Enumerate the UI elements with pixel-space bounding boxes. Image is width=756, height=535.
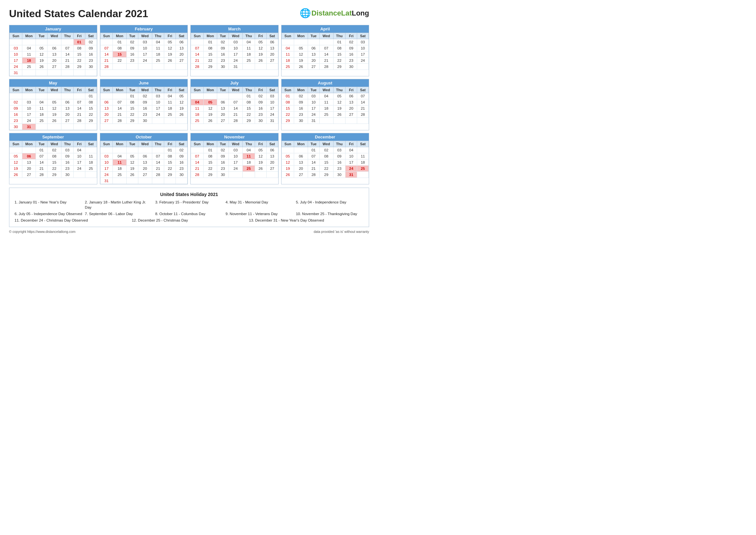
cal-day: 12 — [176, 99, 187, 105]
cal-day: 31 — [22, 124, 36, 130]
cal-day: 02 — [345, 39, 357, 45]
cal-day: 05 — [333, 93, 345, 99]
cal-day — [294, 39, 308, 45]
cal-day — [62, 93, 74, 99]
col-header-fri: Fri — [255, 33, 266, 39]
cal-week-row: 05060708091011 — [10, 153, 97, 159]
cal-day: 06 — [294, 153, 308, 159]
cal-day — [217, 93, 229, 99]
month-block-july: JulySunMonTueWedThuFriSat010203040506070… — [190, 79, 279, 130]
cal-day: 12 — [255, 45, 266, 51]
cal-day: 30 — [333, 172, 345, 178]
cal-day: 25 — [243, 58, 255, 64]
holiday-item: 1. January 01 - New Year's Day — [14, 200, 82, 210]
cal-week-row: 06070809101112 — [100, 99, 187, 105]
cal-day: 20 — [294, 166, 308, 172]
cal-day: 07 — [191, 153, 203, 159]
col-header-wed: Wed — [319, 141, 333, 147]
cal-day: 10 — [345, 153, 357, 159]
col-header-fri: Fri — [255, 141, 266, 147]
cal-day: 19 — [294, 58, 308, 64]
cal-day: 31 — [229, 64, 243, 70]
cal-day: 15 — [126, 105, 138, 112]
month-header-march: March — [191, 25, 278, 33]
cal-day: 10 — [22, 105, 36, 112]
cal-week-row: 21222324252627 — [191, 58, 278, 64]
cal-day — [100, 147, 113, 153]
col-header-sat: Sat — [85, 87, 97, 93]
cal-day: 16 — [126, 51, 138, 58]
col-header-fri: Fri — [73, 87, 85, 93]
col-header-tue: Tue — [126, 33, 138, 39]
col-header-wed: Wed — [138, 141, 152, 147]
cal-day: 15 — [319, 159, 333, 166]
cal-table-june: SunMonTueWedThuFriSat0102030405060708091… — [100, 87, 188, 124]
cal-day: 05 — [203, 99, 217, 105]
cal-day: 20 — [266, 159, 278, 166]
holiday-item: 2. January 18 - Martin Luther King Jr. D… — [85, 200, 153, 210]
cal-day: 21 — [319, 58, 333, 64]
cal-day: 31 — [10, 70, 22, 76]
cal-day: 13 — [217, 105, 229, 112]
cal-day: 02 — [255, 93, 266, 99]
cal-day: 09 — [217, 153, 229, 159]
cal-day: 30 — [255, 118, 266, 124]
cal-day: 07 — [73, 99, 85, 105]
col-header-tue: Tue — [217, 141, 229, 147]
cal-day: 23 — [217, 166, 229, 172]
cal-day: 14 — [73, 105, 85, 112]
month-header-february: February — [100, 25, 188, 33]
month-block-february: FebruarySunMonTueWedThuFriSat01020304050… — [100, 25, 188, 76]
cal-day: 18 — [22, 58, 36, 64]
cal-day: 15 — [85, 105, 97, 112]
cal-day: 19 — [333, 105, 345, 112]
cal-week-row: 0102030405 — [100, 93, 187, 99]
holidays-row3: 11. December 24 - Christmas Day Observed… — [14, 218, 364, 223]
cal-day: 29 — [126, 118, 138, 124]
cal-day: 14 — [308, 159, 319, 166]
cal-day — [176, 178, 187, 184]
cal-table-july: SunMonTueWedThuFriSat0102030405060708091… — [191, 87, 278, 124]
cal-day: 02 — [294, 93, 308, 99]
cal-day: 10 — [73, 153, 85, 159]
cal-day: 10 — [229, 153, 243, 159]
cal-day — [36, 124, 47, 130]
cal-day — [229, 172, 243, 178]
cal-day: 29 — [282, 118, 294, 124]
col-header-sun: Sun — [10, 87, 22, 93]
cal-week-row: 3031 — [10, 124, 97, 130]
cal-day: 10 — [10, 51, 22, 58]
cal-day — [22, 39, 36, 45]
cal-day — [73, 124, 85, 130]
col-header-thu: Thu — [333, 87, 345, 93]
col-header-thu: Thu — [243, 33, 255, 39]
cal-week-row: 15161718192021 — [282, 105, 369, 112]
cal-day: 17 — [345, 159, 357, 166]
cal-day: 17 — [229, 51, 243, 58]
cal-day: 30 — [85, 64, 97, 70]
cal-day: 25 — [282, 64, 294, 70]
cal-week-row: 0102 — [10, 39, 97, 45]
cal-day: 21 — [308, 166, 319, 172]
cal-day: 12 — [333, 99, 345, 105]
footer-left: © copyright https://www.distancelatlong.… — [9, 230, 76, 234]
cal-day: 22 — [333, 58, 345, 64]
cal-day: 11 — [191, 105, 203, 112]
cal-day: 28 — [100, 64, 113, 70]
col-header-sun: Sun — [191, 141, 203, 147]
cal-day: 04 — [191, 99, 203, 105]
cal-day: 09 — [333, 153, 345, 159]
col-header-thu: Thu — [62, 33, 74, 39]
cal-day: 12 — [47, 105, 62, 112]
cal-day: 16 — [138, 105, 152, 112]
cal-day — [47, 39, 62, 45]
cal-day: 25 — [243, 166, 255, 172]
cal-day: 02 — [47, 147, 62, 153]
cal-day: 24 — [266, 112, 278, 118]
cal-day: 09 — [138, 99, 152, 105]
col-header-tue: Tue — [36, 33, 47, 39]
cal-day: 26 — [255, 166, 266, 172]
cal-day: 19 — [255, 51, 266, 58]
col-header-mon: Mon — [294, 141, 308, 147]
cal-day: 24 — [138, 58, 152, 64]
